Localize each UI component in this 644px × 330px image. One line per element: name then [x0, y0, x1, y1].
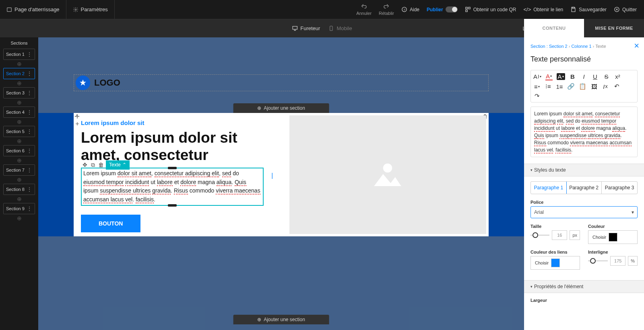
kebab-icon[interactable]: ⋮ [27, 70, 32, 77]
kebab-icon[interactable]: ⋮ [27, 128, 32, 135]
tab-settings[interactable]: Paramètres [66, 0, 115, 19]
svg-rect-7 [572, 7, 574, 8]
qr-code-link[interactable]: Obtenir un code QR [465, 6, 516, 12]
paragraph-tab-3[interactable]: Paragraphe 3 [602, 182, 637, 194]
kebab-icon[interactable]: ⋮ [27, 205, 32, 212]
section-item-9[interactable]: Section 9⋮ [3, 203, 35, 214]
page-icon [6, 7, 12, 12]
numbered-list-button[interactable]: 1≡ [556, 83, 563, 90]
add-section-after-4[interactable]: ⊕ [3, 119, 35, 125]
align-button[interactable]: ≡▾ [533, 83, 541, 90]
cta-button[interactable]: BOUTON [81, 215, 140, 232]
lineheight-unit[interactable]: % [628, 256, 638, 266]
bold-button[interactable]: B [569, 73, 576, 80]
section-item-3[interactable]: Section 3⋮ [3, 87, 35, 98]
clear-format-button[interactable]: Ix [602, 83, 609, 90]
trash-icon[interactable]: 🗑 [98, 162, 104, 168]
image-button[interactable]: 🖼 [590, 83, 598, 90]
paragraph-tab-1[interactable]: Paragraphe 1 [530, 181, 567, 194]
lineheight-slider[interactable] [588, 260, 608, 261]
device-browser[interactable]: Fureteur [292, 25, 320, 31]
get-link[interactable]: </> Obtenir le lien [523, 6, 563, 12]
add-section-after-2[interactable]: ⊕ [3, 80, 35, 86]
font-select[interactable]: Arial▾ [530, 206, 638, 218]
redo-text-button[interactable]: ↷ [533, 92, 541, 100]
qr-icon [465, 6, 471, 12]
text-block-selected[interactable]: ✥ ⧉ 🗑 Texte⌃ Lorem ipsum dolor sit amet,… [81, 168, 264, 206]
top-bar: Page d'atterrissage Paramètres Annuler R… [0, 0, 644, 19]
heading[interactable]: Lorem ipsum dolor sit amet, consectetur [81, 129, 264, 164]
link-color-label: Couleur des liens [530, 250, 580, 254]
italic-button[interactable]: I [580, 73, 588, 80]
close-panel-button[interactable]: × [634, 41, 639, 51]
kebab-icon[interactable]: ⋮ [27, 186, 32, 193]
section-item-5[interactable]: Section 5⋮ [3, 126, 35, 137]
breadcrumb[interactable]: Section : Section 2›Colonne 1›Texte [530, 44, 638, 49]
lineheight-input[interactable]: 175 [610, 256, 625, 266]
publish-control[interactable]: Publier [427, 6, 458, 12]
resize-handle-bottom[interactable] [168, 204, 177, 207]
section-item-7[interactable]: Section 7⋮ [3, 164, 35, 176]
tab-landing-page[interactable]: Page d'atterrissage [0, 0, 66, 19]
column-2-image[interactable] [289, 115, 487, 234]
kebab-icon[interactable]: ⋮ [27, 51, 32, 57]
section-item-4[interactable]: Section 4⋮ [3, 107, 35, 118]
section-item-6[interactable]: Section 6⋮ [3, 145, 35, 156]
add-section-top[interactable]: ⊕ Ajouter une section [233, 103, 329, 113]
element-tag[interactable]: Texte⌃ [106, 160, 130, 170]
size-input[interactable]: 16 [552, 230, 567, 240]
add-section-after-8[interactable]: ⊕ [3, 196, 35, 202]
accordion-text-styles[interactable]: ▾Styles du texte [524, 164, 644, 176]
link-button[interactable]: 🔗 [567, 83, 575, 90]
logo-text: LOGO [94, 78, 120, 88]
underline-button[interactable]: U [592, 73, 599, 80]
cursor-indicator: | [271, 171, 273, 181]
bullet-list-button[interactable]: ⁝≡ [545, 83, 552, 90]
undo-button[interactable]: Annuler [356, 4, 372, 16]
add-section-after-1[interactable]: ⊕ [3, 61, 35, 67]
redo-button[interactable]: Rétablir [379, 4, 394, 16]
add-section-after-9[interactable]: ⊕ [3, 215, 35, 221]
paste-button[interactable]: 📋 [579, 83, 586, 90]
undo-text-button[interactable]: ↶ [613, 83, 620, 90]
add-section-after-3[interactable]: ⊕ [3, 99, 35, 106]
font-color-button[interactable]: A▾ [545, 73, 553, 80]
text-editor[interactable]: Lorem ipsum dolor sit amet, consectetur … [530, 107, 638, 157]
color-picker-button[interactable]: Choisir [588, 230, 638, 244]
add-section-bottom[interactable]: ⊕ Ajouter une section [233, 315, 329, 324]
tab-format[interactable]: MISE EN FORME [584, 19, 644, 37]
section-item-2[interactable]: Section 2⋮ [3, 68, 35, 79]
section-item-1[interactable]: Section 1⋮ [3, 49, 35, 60]
save-button[interactable]: Sauvegarder [570, 6, 607, 12]
publish-toggle[interactable] [446, 6, 458, 12]
paragraph-tab-2[interactable]: Paragraphe 2 [566, 182, 602, 194]
device-mobile[interactable]: Mobile [328, 25, 352, 31]
size-unit[interactable]: px [570, 230, 580, 240]
resize-handle-top[interactable] [168, 167, 177, 169]
kebab-icon[interactable]: ⋮ [27, 167, 32, 173]
strikethrough-button[interactable]: S [603, 73, 610, 80]
logo-block[interactable]: LOGO [74, 74, 489, 91]
plus-icon: ⊕ [257, 105, 261, 111]
add-section-after-7[interactable]: ⊕ [3, 176, 35, 183]
link-color-picker-button[interactable]: Choisir [530, 256, 580, 270]
quit-button[interactable]: Quitter [614, 6, 637, 12]
add-section-after-6[interactable]: ⊕ [3, 157, 35, 164]
kebab-icon[interactable]: ⋮ [27, 109, 32, 115]
subheading[interactable]: Lorem ipsum dolor sit [81, 119, 264, 126]
add-section-after-5[interactable]: ⊕ [3, 138, 35, 144]
svg-rect-5 [468, 7, 470, 9]
copy-icon[interactable]: ⧉ [90, 162, 96, 168]
kebab-icon[interactable]: ⋮ [27, 148, 32, 154]
highlight-button[interactable]: A▾ [557, 73, 565, 80]
mobile-icon [328, 25, 334, 31]
size-slider[interactable] [530, 235, 549, 236]
accordion-element-props[interactable]: ▾Propriétés de l'élément [524, 280, 644, 293]
font-size-button[interactable]: AI▾ [533, 73, 541, 80]
tab-content[interactable]: CONTENU [524, 19, 584, 37]
help-link[interactable]: ? Aide [401, 6, 419, 12]
move-icon[interactable]: ✥ [82, 162, 88, 168]
kebab-icon[interactable]: ⋮ [27, 90, 32, 96]
section-item-8[interactable]: Section 8⋮ [3, 184, 35, 195]
superscript-button[interactable]: x² [614, 73, 621, 80]
